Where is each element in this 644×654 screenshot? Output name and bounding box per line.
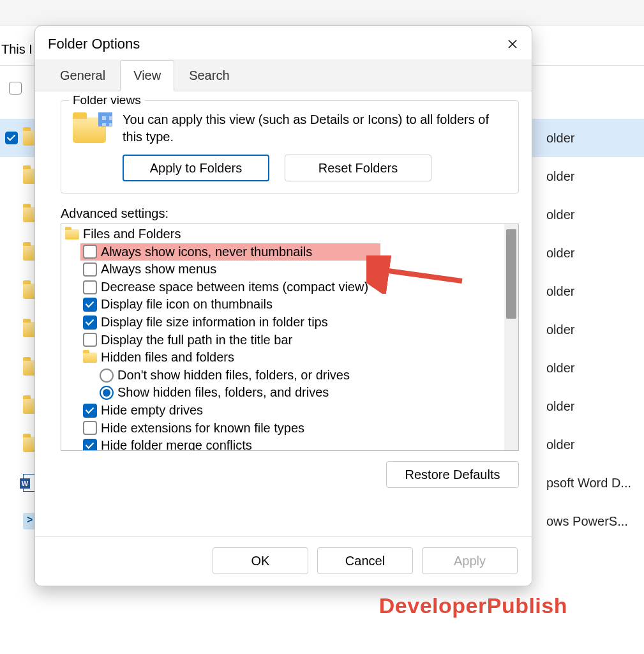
type-cell: older bbox=[546, 119, 631, 157]
scrollbar-thumb[interactable] bbox=[506, 229, 516, 319]
option-hide-empty-drives[interactable]: Hide empty drives bbox=[61, 402, 504, 420]
tree-group-hidden-files: Hidden files and folders bbox=[61, 349, 504, 367]
folder-icon bbox=[83, 353, 97, 363]
dialog-titlebar: Folder Options bbox=[35, 26, 532, 59]
type-cell: older bbox=[546, 157, 631, 195]
explorer-toolbar bbox=[0, 0, 644, 26]
ok-button[interactable]: OK bbox=[213, 547, 308, 574]
close-icon bbox=[507, 39, 518, 49]
tree-label: Hidden files and folders bbox=[101, 349, 234, 366]
tree-label: Files and Folders bbox=[83, 226, 181, 243]
column-select-all-checkbox[interactable] bbox=[9, 82, 22, 95]
row-checkbox[interactable] bbox=[5, 132, 18, 144]
dialog-title: Folder Options bbox=[48, 36, 140, 52]
checkbox[interactable] bbox=[83, 262, 97, 277]
folder-icon bbox=[65, 229, 79, 240]
option-full-path-titlebar[interactable]: Display the full path in the title bar bbox=[61, 331, 504, 349]
tab-search[interactable]: Search bbox=[176, 60, 243, 91]
option-label: Always show menus bbox=[101, 261, 216, 278]
checkbox[interactable] bbox=[83, 404, 97, 418]
option-always-show-menus[interactable]: Always show menus bbox=[61, 261, 504, 278]
folder-views-icon bbox=[73, 118, 109, 143]
dialog-footer: OK Cancel Apply bbox=[35, 536, 532, 586]
group-label: Folder views bbox=[69, 93, 145, 107]
type-cell: older bbox=[546, 195, 631, 234]
tab-general[interactable]: General bbox=[47, 60, 119, 91]
cancel-button[interactable]: Cancel bbox=[317, 547, 413, 574]
type-cell: older bbox=[546, 234, 631, 272]
option-label: Display the full path in the title bar bbox=[101, 332, 292, 349]
checkbox[interactable] bbox=[83, 298, 97, 312]
checkbox[interactable] bbox=[83, 245, 97, 259]
option-label: Show hidden files, folders, and drives bbox=[117, 384, 329, 401]
option-file-icon-thumbnails[interactable]: Display file icon on thumbnails bbox=[61, 296, 504, 314]
tree-group-files-folders: Files and Folders bbox=[61, 225, 504, 243]
apply-button[interactable]: Apply bbox=[422, 547, 518, 574]
radio-dont-show-hidden[interactable]: Don't show hidden files, folders, or dri… bbox=[61, 367, 504, 384]
option-compact-view[interactable]: Decrease space between items (compact vi… bbox=[61, 278, 504, 296]
radio-show-hidden[interactable]: Show hidden files, folders, and drives bbox=[61, 384, 504, 402]
option-hide-merge-conflicts[interactable]: Hide folder merge conflicts bbox=[61, 437, 504, 450]
dialog-tabs: General View Search bbox=[35, 59, 532, 91]
type-cell: older bbox=[546, 425, 631, 464]
type-cell: ows PowerS... bbox=[546, 502, 631, 540]
restore-defaults-button[interactable]: Restore Defaults bbox=[386, 461, 519, 488]
option-label: Display file icon on thumbnails bbox=[101, 296, 273, 313]
breadcrumb: This I bbox=[0, 38, 34, 61]
option-label: Always show icons, never thumbnails bbox=[101, 244, 312, 261]
type-cell: older bbox=[546, 349, 631, 387]
option-label: Hide empty drives bbox=[101, 402, 203, 419]
folder-options-dialog: Folder Options General View Search Folde… bbox=[34, 26, 532, 586]
advanced-settings-list: Files and Folders Always show icons, nev… bbox=[61, 224, 519, 451]
reset-folders-button[interactable]: Reset Folders bbox=[285, 155, 431, 181]
type-cell: older bbox=[546, 272, 631, 310]
option-label: Display file size information in folder … bbox=[101, 314, 328, 331]
checkbox[interactable] bbox=[83, 333, 97, 347]
apply-to-folders-button[interactable]: Apply to Folders bbox=[123, 155, 269, 181]
checkbox[interactable] bbox=[83, 316, 97, 330]
option-label: Hide extensions for known file types bbox=[101, 420, 304, 437]
tab-view[interactable]: View bbox=[120, 60, 174, 91]
type-cell: older bbox=[546, 387, 631, 425]
file-type-column: older older older older older older olde… bbox=[546, 119, 631, 540]
option-always-show-icons[interactable]: Always show icons, never thumbnails bbox=[80, 243, 380, 261]
option-file-size-tips[interactable]: Display file size information in folder … bbox=[61, 314, 504, 331]
radio-button[interactable] bbox=[100, 369, 114, 383]
option-label: Don't show hidden files, folders, or dri… bbox=[117, 367, 350, 384]
checkbox[interactable] bbox=[83, 280, 97, 294]
close-button[interactable] bbox=[504, 35, 521, 53]
folder-views-description: You can apply this view (such as Details… bbox=[123, 111, 507, 146]
advanced-settings-label: Advanced settings: bbox=[61, 206, 519, 221]
folder-views-group: Folder views You can apply this view (su… bbox=[61, 100, 519, 194]
option-label: Hide folder merge conflicts bbox=[101, 437, 252, 450]
type-cell: psoft Word D... bbox=[546, 464, 631, 502]
type-cell: older bbox=[546, 310, 631, 349]
checkbox[interactable] bbox=[83, 421, 97, 435]
radio-button[interactable] bbox=[100, 386, 114, 400]
watermark-text: DeveloperPublish bbox=[379, 593, 567, 618]
dialog-body: Folder views You can apply this view (su… bbox=[35, 91, 532, 536]
option-hide-extensions[interactable]: Hide extensions for known file types bbox=[61, 420, 504, 437]
checkbox[interactable] bbox=[83, 439, 97, 450]
scrollbar[interactable] bbox=[504, 224, 518, 450]
option-label: Decrease space between items (compact vi… bbox=[101, 279, 368, 296]
